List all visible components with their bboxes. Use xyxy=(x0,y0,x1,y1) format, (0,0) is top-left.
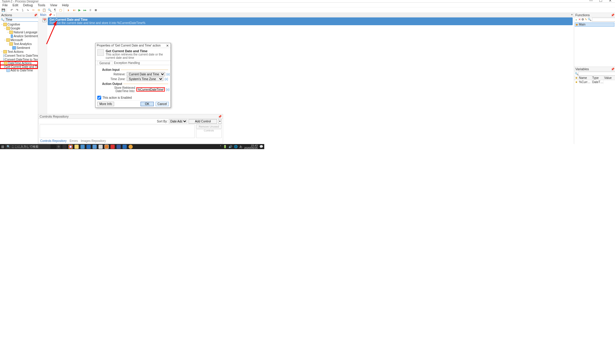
tree-item[interactable]: -Cognitive xyxy=(0,23,38,26)
col-type[interactable]: Type xyxy=(592,76,604,80)
function-row-main[interactable]: ◆ Main xyxy=(575,23,614,27)
start-button[interactable]: ⊞ xyxy=(0,145,5,149)
tab-pin-icon[interactable]: 📌 xyxy=(48,13,52,17)
tab-close-icon[interactable]: ✕ xyxy=(53,13,56,17)
add-control-button[interactable]: Add Control xyxy=(189,119,217,124)
comment-icon[interactable]: ¶ xyxy=(53,8,57,12)
controls-list[interactable] xyxy=(40,125,195,138)
timezone-select[interactable]: System's Time Zone xyxy=(127,77,163,81)
expand-toggle[interactable]: - xyxy=(4,26,6,30)
rename-function-icon[interactable]: ⚙ xyxy=(581,18,584,22)
menu-edit[interactable]: Edit xyxy=(11,3,20,7)
tree-item[interactable]: Convert Text to DateTime xyxy=(0,54,38,58)
tab-overflow-icon[interactable]: ▾ xyxy=(570,13,574,17)
close-button[interactable]: ✕ xyxy=(605,0,615,2)
add-control-dropdown[interactable]: ▾ xyxy=(218,119,222,124)
notifications-icon[interactable]: 💬 xyxy=(259,145,263,148)
region-icon[interactable]: ▢ xyxy=(58,8,62,12)
expand-toggle[interactable]: - xyxy=(1,61,4,65)
step-over-icon[interactable]: ⤵ xyxy=(20,8,25,12)
taskbar-search[interactable]: 🔍 ここに入力して検索 xyxy=(5,144,50,149)
ok-button[interactable]: OK xyxy=(141,102,154,106)
battery-icon[interactable]: 🔋 xyxy=(223,145,227,148)
functions-search-input[interactable] xyxy=(592,18,615,22)
expand-toggle[interactable]: - xyxy=(1,50,3,54)
tree-item[interactable]: -Natural Language xyxy=(0,30,38,34)
pin-icon[interactable]: 📌 xyxy=(218,114,222,119)
variable-picker-icon[interactable]: {x} xyxy=(166,88,170,91)
tree-item[interactable]: -Text Analytics xyxy=(0,42,38,46)
expand-toggle[interactable]: - xyxy=(7,30,9,34)
col-value[interactable]: Value xyxy=(604,76,615,80)
step-into-icon[interactable]: ⤷ xyxy=(26,8,30,12)
expand-toggle[interactable]: - xyxy=(7,42,9,46)
play-icon[interactable]: ▶ xyxy=(77,8,82,12)
minimize-button[interactable]: — xyxy=(586,0,596,2)
menu-help[interactable]: Help xyxy=(61,3,70,7)
ime-icon[interactable]: あ xyxy=(239,145,242,149)
app-icon[interactable] xyxy=(129,145,133,149)
tree-item[interactable]: Analize Sentiment xyxy=(0,34,38,38)
cortana-icon[interactable]: ○ xyxy=(56,145,61,149)
edit-function-icon[interactable]: ✎ xyxy=(585,18,587,22)
app-icon[interactable] xyxy=(123,145,127,149)
actions-tree[interactable]: -Cognitive-Google-Natural LanguageAnaliz… xyxy=(0,22,38,144)
sort-by-select[interactable]: Date Added xyxy=(169,119,187,123)
tree-item[interactable]: -Microsoft xyxy=(0,38,38,42)
menu-view[interactable]: View xyxy=(49,3,59,7)
app-icon[interactable] xyxy=(92,145,97,149)
more-info-button[interactable]: More Info xyxy=(97,102,114,106)
pin-icon[interactable]: 📌 xyxy=(611,67,614,71)
add-function-icon[interactable]: ＋ xyxy=(575,18,578,22)
expand-toggle[interactable]: - xyxy=(1,23,3,26)
tray-chevron-icon[interactable]: ˄ xyxy=(220,145,221,148)
run-debug-icon[interactable]: ⏯ xyxy=(72,8,76,12)
dialog-close-icon[interactable]: ✕ xyxy=(165,43,170,48)
stop-icon[interactable]: ⏹ xyxy=(94,8,98,12)
paste-icon[interactable]: 📋 xyxy=(42,8,46,12)
tab-errors[interactable]: Errors xyxy=(70,139,78,143)
network-icon[interactable]: 🌐 xyxy=(234,145,238,148)
tree-item[interactable]: -Text Actions xyxy=(0,50,38,54)
taskbar-clock[interactable]: 15:43 2020/05/25 xyxy=(244,144,258,149)
store-into-input[interactable] xyxy=(136,87,165,92)
tree-item[interactable]: Add to DateTime xyxy=(0,68,38,72)
cancel-button[interactable]: Cancel xyxy=(156,102,169,106)
copy-icon[interactable]: ⧉ xyxy=(37,8,41,12)
tab-main[interactable]: Main 📌 ✕ xyxy=(38,13,56,17)
undo-icon[interactable]: ↶ xyxy=(10,8,14,12)
tab-controls-repo[interactable]: Controls Repository xyxy=(40,139,67,143)
run-icon[interactable]: ⏵ xyxy=(67,8,71,12)
redo-icon[interactable]: ↷ xyxy=(15,8,19,12)
step-icon[interactable]: ▸▸ xyxy=(83,8,87,12)
app-icon[interactable] xyxy=(111,145,115,149)
variable-row[interactable]: ★ %CurrentD… DateTim… xyxy=(574,80,615,84)
dialog-tab-general[interactable]: General xyxy=(97,61,112,65)
tree-item[interactable]: Sentiment xyxy=(0,46,38,50)
expand-toggle[interactable]: - xyxy=(4,38,6,42)
tree-item[interactable]: -Google xyxy=(0,26,38,30)
pause-icon[interactable]: ⏸ xyxy=(88,8,92,12)
volume-icon[interactable]: 🔊 xyxy=(229,145,232,148)
menu-debug[interactable]: Debug xyxy=(22,3,34,7)
mail-icon[interactable] xyxy=(86,145,91,149)
folder-icon[interactable] xyxy=(80,145,85,149)
delete-function-icon[interactable]: ✕ xyxy=(578,18,581,22)
task-view-icon[interactable] xyxy=(62,145,67,149)
app-icon[interactable] xyxy=(117,145,121,149)
app-icon[interactable] xyxy=(105,145,109,149)
save-icon[interactable]: 💾 xyxy=(1,8,5,12)
tab-images-repo[interactable]: Images Repository xyxy=(81,139,106,143)
pin-icon[interactable]: 📌 xyxy=(611,13,614,17)
menu-file[interactable]: File xyxy=(1,3,9,7)
variable-picker-icon[interactable]: {x} xyxy=(166,73,170,76)
chrome-icon[interactable] xyxy=(68,145,73,149)
process-step[interactable]: 📅 Get Current Date and Time Retrieve the… xyxy=(48,17,573,25)
find-icon[interactable]: 🔍 xyxy=(47,8,52,12)
retrieve-select[interactable]: Current Date and Time xyxy=(127,72,165,76)
variables-search-input[interactable] xyxy=(578,72,615,76)
star-column-icon[interactable]: ★ xyxy=(574,76,578,80)
maximize-button[interactable]: ☐ xyxy=(596,0,605,2)
action-enabled-checkbox[interactable] xyxy=(97,96,101,100)
find-function-icon[interactable]: 🔍 xyxy=(588,18,591,22)
